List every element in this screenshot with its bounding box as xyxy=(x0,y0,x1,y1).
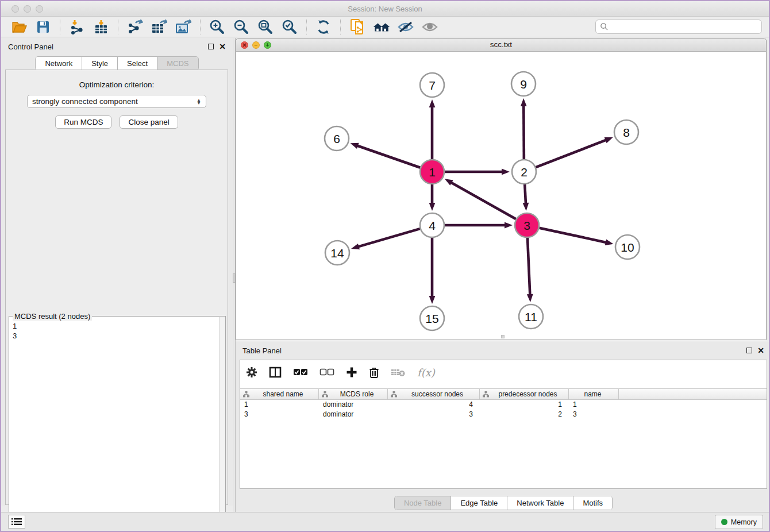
close-panel-icon[interactable]: ✕ xyxy=(219,44,226,49)
graph-node-3[interactable]: 3 xyxy=(515,213,539,237)
graph-node-2[interactable]: 2 xyxy=(512,160,536,184)
control-panel-tabs: Network Style Select MCDS xyxy=(1,56,233,71)
mcds-result-title: MCDS result (2 nodes) xyxy=(13,312,92,321)
tab-motifs[interactable]: Motifs xyxy=(573,496,612,510)
float-table-panel-icon[interactable] xyxy=(746,348,752,353)
refresh-icon[interactable] xyxy=(315,19,332,35)
network-graph[interactable]: 7968124314101511 xyxy=(236,52,766,340)
function-builder-icon: f(x) xyxy=(417,367,435,379)
control-panel-title: Control Panel xyxy=(8,43,53,51)
column-header-name[interactable]: name xyxy=(569,389,619,399)
graph-node-7[interactable]: 7 xyxy=(420,73,444,97)
svg-text:8: 8 xyxy=(623,126,630,139)
zoom-fit-icon[interactable] xyxy=(257,19,274,35)
svg-text:6: 6 xyxy=(333,132,340,145)
graph-node-4[interactable]: 4 xyxy=(420,213,444,237)
graph-node-14[interactable]: 14 xyxy=(325,241,349,265)
network-window: ✕ − + scc.txt 7968124314101511 xyxy=(236,38,767,340)
column-header-successor-nodes[interactable]: successor nodes xyxy=(388,389,480,399)
svg-text:4: 4 xyxy=(429,219,436,232)
export-table-icon[interactable] xyxy=(151,19,168,35)
zoom-selected-icon[interactable] xyxy=(281,19,298,35)
gear-icon[interactable] xyxy=(246,367,257,378)
memory-label: Memory xyxy=(731,518,757,526)
graph-node-1[interactable]: 1 xyxy=(420,160,444,184)
tab-mcds[interactable]: MCDS xyxy=(157,57,198,70)
criterion-select[interactable]: strongly connected component ▲▼ xyxy=(27,95,206,108)
svg-text:7: 7 xyxy=(429,79,436,92)
search-input[interactable] xyxy=(609,22,757,31)
toolbar-separator xyxy=(60,20,60,34)
save-session-icon[interactable] xyxy=(34,19,52,35)
columns-icon[interactable] xyxy=(269,367,282,378)
mcds-result-box: MCDS result (2 nodes) 1 3 xyxy=(9,316,226,532)
import-table-icon[interactable] xyxy=(93,19,110,35)
hierarchy-icon xyxy=(391,391,397,398)
memory-status-icon xyxy=(721,519,727,525)
column-header-shared-name[interactable]: shared name xyxy=(240,389,319,399)
export-image-icon[interactable] xyxy=(175,19,192,35)
table-row[interactable]: 3 dominator 3 2 3 xyxy=(240,410,767,419)
graph-node-11[interactable]: 11 xyxy=(519,304,543,329)
tab-style[interactable]: Style xyxy=(82,57,118,70)
graph-node-9[interactable]: 9 xyxy=(511,72,536,96)
svg-text:10: 10 xyxy=(621,241,634,254)
svg-text:14: 14 xyxy=(330,246,344,260)
graph-node-8[interactable]: 8 xyxy=(614,120,638,144)
node-table[interactable]: shared name MCDS role successor nodes pr… xyxy=(240,388,767,419)
select-all-icon[interactable] xyxy=(293,368,308,376)
status-bar: Memory xyxy=(1,512,769,531)
tab-edge-table[interactable]: Edge Table xyxy=(451,496,507,510)
add-icon[interactable] xyxy=(346,367,357,378)
window-title: Session: New Session xyxy=(1,5,769,13)
show-all-icon[interactable] xyxy=(421,19,438,35)
new-network-from-selection-icon[interactable] xyxy=(349,19,366,35)
table-header-row: shared name MCDS role successor nodes pr… xyxy=(240,388,767,400)
memory-button[interactable]: Memory xyxy=(715,515,763,529)
mcds-tab-content: Optimization criterion: strongly connect… xyxy=(5,70,228,505)
svg-text:3: 3 xyxy=(523,219,530,232)
list-icon xyxy=(11,518,22,526)
node-table-container: f(x) shared name MCDS role successor nod… xyxy=(240,360,767,489)
task-history-button[interactable] xyxy=(8,515,25,529)
run-mcds-button[interactable]: Run MCDS xyxy=(55,115,111,129)
graph-node-6[interactable]: 6 xyxy=(325,126,349,151)
table-panel-titlebar: Table Panel ✕ xyxy=(236,342,770,359)
graph-node-15[interactable]: 15 xyxy=(420,306,444,330)
tab-network[interactable]: Network xyxy=(36,57,82,70)
network-window-title: scc.txt xyxy=(236,40,766,49)
toolbar-separator xyxy=(306,20,307,34)
first-neighbors-icon[interactable] xyxy=(373,19,390,35)
column-header-mcds-role[interactable]: MCDS role xyxy=(319,389,388,399)
tab-node-table[interactable]: Node Table xyxy=(395,496,452,510)
import-network-icon[interactable] xyxy=(68,19,86,35)
deselect-all-icon[interactable] xyxy=(319,368,334,376)
graph-node-10[interactable]: 10 xyxy=(615,235,640,259)
hierarchy-icon xyxy=(322,391,328,398)
tab-network-table[interactable]: Network Table xyxy=(507,496,573,510)
svg-text:2: 2 xyxy=(521,165,528,179)
svg-text:1: 1 xyxy=(429,165,436,179)
table-row[interactable]: 1 dominator 4 1 1 xyxy=(240,400,767,410)
close-table-panel-icon[interactable]: ✕ xyxy=(757,348,764,353)
mcds-result-list: 1 3 xyxy=(9,317,225,345)
hierarchy-icon xyxy=(243,391,249,398)
tab-select[interactable]: Select xyxy=(118,57,157,70)
result-scrollbar[interactable] xyxy=(219,317,225,532)
close-panel-button[interactable]: Close panel xyxy=(120,115,178,129)
network-resize-grip[interactable] xyxy=(501,335,505,338)
zoom-in-icon[interactable] xyxy=(209,19,226,35)
trash-icon[interactable] xyxy=(369,367,379,379)
search-box[interactable] xyxy=(595,20,762,34)
export-network-icon[interactable] xyxy=(126,19,144,35)
table-toolbar: f(x) xyxy=(240,360,767,384)
control-panel: Control Panel ✕ Network Style Select MCD… xyxy=(1,38,233,506)
zoom-out-icon[interactable] xyxy=(233,19,250,35)
float-panel-icon[interactable] xyxy=(208,44,214,49)
optimization-criterion-label: Optimization criterion: xyxy=(6,80,228,89)
open-session-icon[interactable] xyxy=(10,19,28,35)
toolbar-separator xyxy=(200,20,201,34)
network-window-titlebar[interactable]: ✕ − + scc.txt xyxy=(236,38,766,52)
hide-selected-icon[interactable] xyxy=(397,19,414,35)
column-header-predecessor-nodes[interactable]: predecessor nodes xyxy=(480,389,569,399)
